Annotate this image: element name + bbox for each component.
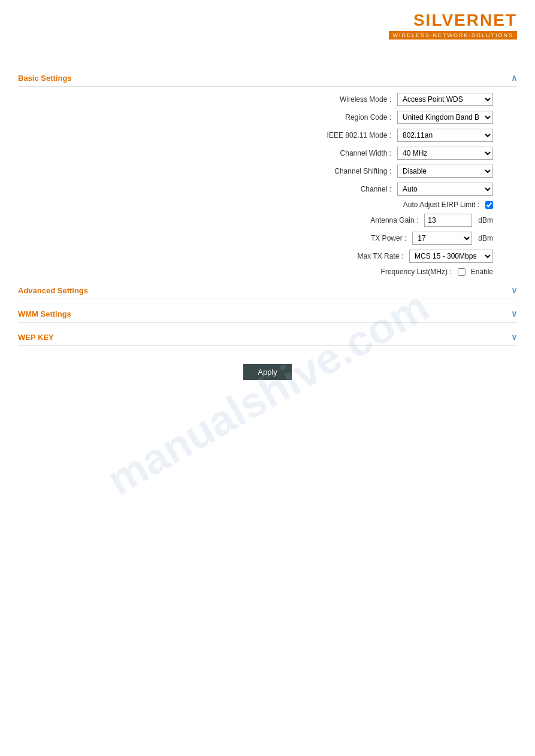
basic-settings-header[interactable]: Basic Settings ∧ (18, 69, 517, 87)
basic-settings-title: Basic Settings (18, 74, 72, 83)
channel-shifting-row: Channel Shifting : Disable Enable (18, 165, 517, 178)
antenna-gain-control: dBm (424, 214, 493, 227)
auto-adjust-control (485, 201, 493, 209)
advanced-settings-section: Advanced Settings ∨ (18, 282, 517, 299)
freq-list-row: Frequency List(MHz) : Enable (18, 268, 517, 276)
ieee-mode-label: IEEE 802.11 Mode : (265, 131, 397, 139)
logo: SILVERNET WIRELESS·NETWORK·SOLUTIONS (389, 11, 517, 40)
freq-list-label: Frequency List(MHz) : (326, 268, 458, 276)
wep-key-toggle: ∨ (511, 332, 517, 342)
logo-s: S (413, 11, 426, 29)
region-code-row: Region Code : United Kingdom Band B Unit… (18, 111, 517, 124)
freq-list-checkbox[interactable] (458, 268, 466, 276)
wmm-settings-header[interactable]: WMM Settings ∨ (18, 305, 517, 323)
antenna-gain-unit: dBm (478, 216, 493, 224)
channel-row: Channel : Auto 123 456 (18, 183, 517, 196)
wireless-mode-row: Wireless Mode : Access Point WDS Access … (18, 93, 517, 106)
advanced-settings-header[interactable]: Advanced Settings ∨ (18, 282, 517, 299)
max-tx-rate-control: MCS 15 - 300Mbps MCS 14 - 270Mbps MCS 7 … (409, 250, 493, 263)
wep-key-header[interactable]: WEP KEY ∨ (18, 329, 517, 346)
wireless-mode-select[interactable]: Access Point WDS Access Point Station WD… (397, 93, 493, 106)
main-content: Basic Settings ∧ Wireless Mode : Access … (0, 45, 535, 398)
wep-key-section: WEP KEY ∨ (18, 329, 517, 346)
wmm-settings-toggle: ∨ (511, 309, 517, 318)
wireless-mode-label: Wireless Mode : (265, 95, 397, 104)
apply-button[interactable]: Apply (243, 364, 292, 380)
max-tx-rate-label: Max TX Rate : (277, 252, 409, 260)
channel-width-row: Channel Width : 40 MHz 20 MHz (18, 147, 517, 160)
wmm-settings-section: WMM Settings ∨ (18, 305, 517, 323)
auto-adjust-label: Auto Adjust EIRP Limit : (353, 201, 485, 209)
apply-section: Apply (18, 364, 517, 380)
channel-shifting-control: Disable Enable (397, 165, 493, 178)
logo-tagline: WIRELESS·NETWORK·SOLUTIONS (389, 31, 517, 40)
region-code-label: Region Code : (265, 113, 397, 122)
basic-settings-section: Basic Settings ∧ Wireless Mode : Access … (18, 69, 517, 276)
region-code-control: United Kingdom Band B United Kingdom Ban… (397, 111, 493, 124)
wmm-settings-title: WMM Settings (18, 309, 71, 318)
freq-list-enable-label: Enable (471, 268, 493, 276)
ieee-mode-select[interactable]: 802.11an 802.11a 802.11n (397, 129, 493, 142)
region-code-select[interactable]: United Kingdom Band B United Kingdom Ban… (397, 111, 493, 124)
basic-settings-form: Wireless Mode : Access Point WDS Access … (18, 93, 517, 276)
max-tx-rate-row: Max TX Rate : MCS 15 - 300Mbps MCS 14 - … (18, 250, 517, 263)
advanced-settings-toggle: ∨ (511, 286, 517, 295)
antenna-gain-row: Antenna Gain : dBm (18, 214, 517, 227)
channel-shifting-label: Channel Shifting : (265, 167, 397, 175)
advanced-settings-title: Advanced Settings (18, 286, 88, 295)
ieee-mode-control: 802.11an 802.11a 802.11n (397, 129, 493, 142)
channel-width-label: Channel Width : (265, 149, 397, 157)
tx-power-label: TX Power : (280, 234, 412, 242)
channel-width-control: 40 MHz 20 MHz (397, 147, 493, 160)
tx-power-control: 17 14 11 8 dBm (412, 232, 493, 245)
channel-select[interactable]: Auto 123 456 (397, 183, 493, 196)
tx-power-select[interactable]: 17 14 11 8 (412, 232, 472, 245)
antenna-gain-input[interactable] (424, 214, 472, 227)
basic-settings-toggle: ∧ (511, 73, 517, 83)
channel-label: Channel : (265, 185, 397, 193)
channel-shifting-select[interactable]: Disable Enable (397, 165, 493, 178)
logo-text: SILVERNET (413, 11, 517, 30)
tx-power-unit: dBm (478, 234, 493, 242)
logo-rest: ILVERNET (426, 11, 517, 29)
header: SILVERNET WIRELESS·NETWORK·SOLUTIONS (0, 0, 535, 45)
freq-list-control: Enable (458, 268, 493, 276)
antenna-gain-label: Antenna Gain : (292, 216, 424, 224)
ieee-mode-row: IEEE 802.11 Mode : 802.11an 802.11a 802.… (18, 129, 517, 142)
wep-key-title: WEP KEY (18, 333, 54, 342)
auto-adjust-row: Auto Adjust EIRP Limit : (18, 201, 517, 209)
channel-width-select[interactable]: 40 MHz 20 MHz (397, 147, 493, 160)
wireless-mode-control: Access Point WDS Access Point Station WD… (397, 93, 493, 106)
auto-adjust-checkbox[interactable] (485, 201, 493, 209)
max-tx-rate-select[interactable]: MCS 15 - 300Mbps MCS 14 - 270Mbps MCS 7 … (409, 250, 493, 263)
tx-power-row: TX Power : 17 14 11 8 dBm (18, 232, 517, 245)
channel-control: Auto 123 456 (397, 183, 493, 196)
